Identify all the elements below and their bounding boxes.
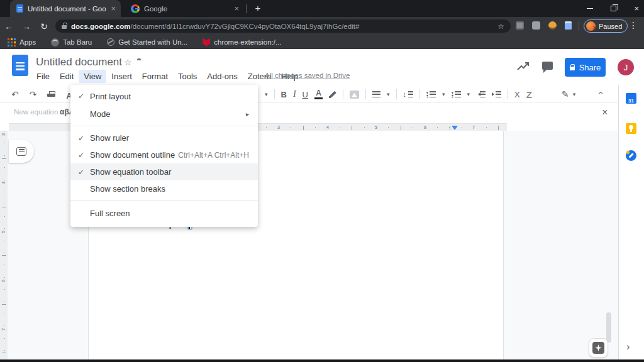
print-icon[interactable]: [47, 91, 55, 98]
tab-separator: [246, 4, 247, 13]
extension-icon-document[interactable]: [565, 21, 572, 30]
bold-icon[interactable]: B: [281, 90, 287, 99]
tab-untitled-document[interactable]: Untitled document - Google Doc ×: [10, 0, 121, 17]
vertical-scrollbar[interactable]: [606, 312, 611, 343]
window-restore-button[interactable]: [611, 6, 616, 11]
extension-icon-robot[interactable]: [532, 21, 540, 30]
bookmark-tab-baru[interactable]: Tab Baru: [51, 38, 92, 47]
underline-icon[interactable]: U: [303, 90, 308, 99]
document-title[interactable]: Untitled document: [36, 56, 122, 69]
explore-button[interactable]: [589, 338, 608, 358]
zotero-icon[interactable]: Z: [526, 89, 532, 100]
menu-format[interactable]: Format: [137, 70, 173, 83]
menu-item-show-equation-toolbar[interactable]: ✓ Show equation toolbar: [70, 163, 258, 180]
extension-icon-avatar[interactable]: [548, 21, 557, 30]
line-spacing-icon[interactable]: ↕: [403, 90, 414, 98]
bookmark-star-icon[interactable]: ☆: [497, 22, 504, 31]
decrease-indent-icon[interactable]: [476, 91, 486, 98]
menu-edit[interactable]: Edit: [55, 70, 79, 83]
screen-bottom-edge: [0, 359, 644, 362]
keyboard-shortcut: Ctrl+Alt+A Ctrl+Alt+H: [178, 151, 249, 160]
profile-avatar-icon: [586, 21, 596, 31]
share-button[interactable]: Share: [565, 58, 606, 77]
window-minimize-button[interactable]: [587, 8, 593, 9]
bookmark-chrome-extension[interactable]: chrome-extension:/...: [203, 38, 281, 47]
menu-tools[interactable]: Tools: [173, 70, 202, 83]
numbered-list-caret-icon[interactable]: ▾: [442, 91, 445, 97]
tab-google[interactable]: Google ×: [125, 0, 244, 17]
profile-paused-badge[interactable]: Paused: [584, 19, 628, 33]
increase-indent-icon[interactable]: [492, 91, 501, 98]
menu-item-full-screen[interactable]: Full screen: [70, 204, 258, 222]
apps-grid-icon: [8, 38, 9, 40]
hide-menus-icon[interactable]: ›: [595, 92, 605, 95]
right-indent-marker[interactable]: [452, 126, 458, 130]
comment-icon[interactable]: [542, 62, 553, 70]
new-equation-button[interactable]: New equation: [14, 108, 58, 116]
saved-status-link[interactable]: All changes saved in Drive: [265, 72, 350, 79]
editing-mode-caret-icon[interactable]: ▾: [573, 91, 576, 97]
docs-menubar: File Edit View Insert Format Tools Add-o…: [31, 70, 303, 83]
menu-item-mode[interactable]: Mode ▸: [70, 105, 258, 123]
window-close-button[interactable]: ×: [634, 4, 639, 13]
keep-icon[interactable]: [626, 123, 636, 134]
menu-item-show-section-breaks[interactable]: Show section breaks: [70, 180, 258, 197]
address-bar[interactable]: docs.google.com /document/d/1I1crwduvY72…: [55, 19, 511, 33]
side-panel-chevron-icon[interactable]: ›: [626, 341, 630, 353]
bulleted-list-caret-icon[interactable]: ▾: [467, 91, 470, 97]
text-color-icon[interactable]: A: [314, 89, 323, 99]
tasks-icon[interactable]: [626, 150, 636, 161]
tab-close-icon[interactable]: ×: [234, 4, 239, 13]
lock-icon: [62, 25, 67, 29]
bookmark-label: Get Started with Un...: [118, 38, 187, 46]
new-tab-button[interactable]: +: [252, 2, 264, 14]
redo-icon[interactable]: ↷: [30, 90, 37, 99]
highlight-color-icon[interactable]: [329, 90, 336, 98]
screen: Untitled document - Google Doc × Google …: [0, 0, 644, 362]
undo-icon[interactable]: ↶: [11, 90, 19, 99]
document-outline-button[interactable]: [9, 140, 34, 163]
reload-icon[interactable]: ↻: [35, 21, 53, 31]
url-domain: docs.google.com: [71, 23, 131, 30]
insights-icon[interactable]: [517, 62, 530, 74]
bookmark-apps[interactable]: Apps: [8, 38, 36, 47]
browser-tab-bar: Untitled document - Google Doc × Google …: [0, 0, 644, 17]
editing-mode-pencil-icon[interactable]: ✎: [562, 90, 569, 99]
extension-icon-gray[interactable]: [516, 21, 524, 30]
submenu-arrow-icon: ▸: [246, 111, 249, 118]
menu-insert[interactable]: Insert: [106, 70, 137, 83]
browser-menu-icon[interactable]: ⋮: [629, 20, 638, 30]
star-document-icon[interactable]: ☆: [124, 57, 132, 67]
menu-view[interactable]: View: [79, 70, 106, 83]
align-caret-icon[interactable]: ▾: [387, 91, 390, 97]
explore-icon: [592, 342, 604, 354]
docs-favicon-icon: [16, 4, 23, 13]
menu-addons[interactable]: Add-ons: [202, 70, 242, 83]
tab-close-icon[interactable]: ×: [111, 4, 116, 13]
forward-icon[interactable]: →: [18, 21, 35, 31]
ruler-number: 3: [275, 124, 282, 130]
user-avatar[interactable]: J: [618, 59, 634, 75]
italic-icon[interactable]: I: [293, 89, 296, 99]
menu-item-show-document-outline[interactable]: ✓ Show document outline Ctrl+Alt+A Ctrl+…: [70, 146, 258, 163]
numbered-list-icon[interactable]: [426, 91, 436, 98]
back-icon[interactable]: ←: [0, 21, 18, 31]
styles-dropdown-caret-icon[interactable]: ▾: [265, 91, 268, 97]
align-icon[interactable]: [372, 91, 380, 98]
menu-item-print-layout[interactable]: ✓ Print layout: [70, 87, 258, 105]
menu-item-show-ruler[interactable]: ✓ Show ruler: [70, 129, 258, 146]
insert-image-icon[interactable]: [350, 90, 359, 99]
share-label: Share: [579, 63, 601, 72]
clear-formatting-icon[interactable]: X: [514, 90, 520, 99]
calendar-icon[interactable]: 31: [626, 93, 636, 104]
bulleted-list-icon[interactable]: [452, 91, 461, 98]
bookmark-get-started[interactable]: Get Started with Un...: [107, 38, 187, 46]
web-icon: [107, 38, 114, 46]
equation-toolbar-close-icon[interactable]: ×: [602, 107, 608, 118]
menu-file[interactable]: File: [31, 70, 55, 83]
google-docs-logo-icon[interactable]: [12, 55, 28, 76]
check-icon: ✓: [78, 92, 87, 101]
menu-divider: [70, 126, 258, 126]
ruler-number: 7: [1, 326, 7, 332]
ruler-number: 6: [1, 278, 7, 284]
